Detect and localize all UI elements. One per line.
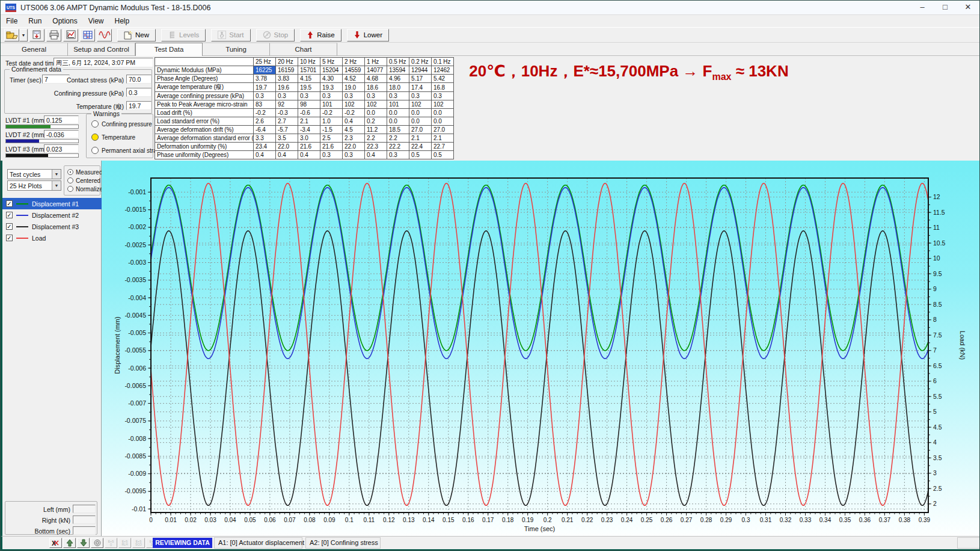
table-cell[interactable]: -0.3 [276,109,298,117]
table-cell[interactable]: 0.3 [276,92,298,100]
save-button[interactable] [29,29,44,42]
table-col-header[interactable]: 25 Hz [254,58,276,66]
table-cell[interactable]: 0.3 [365,92,387,100]
table-cell[interactable]: 102 [343,100,365,109]
table-cell[interactable]: 0.3 [320,151,343,159]
table-cell[interactable]: 0.0 [387,117,409,126]
table-cell[interactable]: 2.5 [320,134,343,143]
table-cell[interactable]: 2.1 [432,134,454,143]
table-cell[interactable]: 0.3 [343,92,365,100]
tab-chart[interactable]: Chart [270,43,337,56]
table-cell[interactable]: 0.0 [365,109,387,117]
table-cell[interactable]: -0.2 [320,109,343,117]
table-cell[interactable]: 19.5 [298,83,320,92]
series-row-4[interactable]: ✓ Load [2,232,102,244]
table-cell[interactable]: 5.17 [409,75,432,83]
conf-field-value[interactable]: 19.7 [126,101,152,110]
open-button[interactable] [4,29,19,42]
table-cell[interactable]: 0.3 [298,92,320,100]
table-cell[interactable]: -5.7 [276,126,298,134]
table-cell[interactable]: 0.4 [254,151,276,159]
table-cell[interactable]: 12944 [409,66,432,75]
table-cell[interactable]: 2.1 [409,134,432,143]
table-cell[interactable]: 14559 [343,66,365,75]
table-cell[interactable]: 22.3 [365,143,387,151]
table-cell[interactable]: 16.8 [432,83,454,92]
table-col-header[interactable]: 20 Hz [276,58,298,66]
table-cell[interactable]: 18.6 [365,83,387,92]
table-col-header[interactable]: 0.5 Hz [387,58,409,66]
table-cell[interactable]: 3.83 [276,75,298,83]
test-date-field[interactable]: 周三, 6月 12, 2024, 3:07 PM [54,58,153,67]
stop-button[interactable]: Stop [256,29,295,42]
minimize-button[interactable]: – [911,1,934,15]
tab-setup-and-control[interactable]: Setup and Control [68,43,135,56]
record-button[interactable] [91,538,103,548]
close-button[interactable]: ✕ [957,1,979,15]
table-cell[interactable]: 3.5 [276,134,298,143]
axis-field-value[interactable] [73,505,96,513]
plots-select[interactable]: 25 Hz Plots ▼ [7,180,61,191]
table-cell[interactable]: 19.0 [343,83,365,92]
table-cell[interactable]: 11.2 [365,126,387,134]
table-cell[interactable]: 0.3 [387,151,409,159]
table-col-header[interactable]: 10 Hz [298,58,320,66]
table-cell[interactable]: 0.0 [409,109,432,117]
table-cell[interactable]: -0.2 [343,109,365,117]
table-cell[interactable]: 22.2 [387,143,409,151]
table-cell[interactable]: -0.6 [298,109,320,117]
table-cell[interactable]: 0.5 [409,151,432,159]
table-cell[interactable]: 5.42 [432,75,454,83]
table-cell[interactable]: 0.3 [343,151,365,159]
levels-chart-button[interactable] [63,29,78,42]
table-cell[interactable]: 102 [365,100,387,109]
series-checkbox[interactable]: ✓ [6,200,13,207]
table-cell[interactable]: 102 [409,100,432,109]
mode-radio-normalized[interactable] [67,186,73,192]
chart-canvas[interactable]: 00.010.020.030.040.050.060.070.080.090.1… [102,161,980,536]
table-cell[interactable]: 4.5 [343,126,365,134]
table-cell[interactable]: 19.3 [320,83,343,92]
table-cell[interactable]: 2.6 [254,117,276,126]
table-cell[interactable]: 12462 [432,66,454,75]
table-cell[interactable]: 2.2 [365,134,387,143]
levels-button[interactable]: Levels [161,29,206,42]
table-cell[interactable]: 18.5 [387,126,409,134]
table-cell[interactable]: 19.6 [276,83,298,92]
ems-bulb-button[interactable]: E+S() [105,538,117,548]
series-checkbox[interactable]: ✓ [6,223,13,230]
table-cell[interactable]: 2.3 [343,134,365,143]
table-cell[interactable]: 0.3 [254,92,276,100]
table-cell[interactable]: 0.0 [432,117,454,126]
ems-rlh-button[interactable]: E+SRLH [118,538,131,548]
table-cell[interactable]: 19.7 [254,83,276,92]
table-cell[interactable]: 3.0 [298,134,320,143]
open-dropdown-button[interactable]: ▼ [19,29,28,42]
tab-tuning[interactable]: Tuning [203,43,270,56]
mode-radio-centered[interactable] [67,177,73,183]
table-cell[interactable]: 18.0 [387,83,409,92]
table-cell[interactable]: 0.5 [432,151,454,159]
table-cell[interactable]: 2.7 [276,117,298,126]
arrow-up-button[interactable] [63,538,76,548]
table-cell[interactable]: 22.4 [409,143,432,151]
series-row-2[interactable]: ✓ Displacement #2 [2,209,102,221]
table-cell[interactable]: 17.4 [409,83,432,92]
series-checkbox[interactable]: ✓ [6,235,13,241]
menu-view[interactable]: View [83,15,109,27]
menu-run[interactable]: Run [23,15,47,27]
series-checkbox[interactable]: ✓ [6,212,13,218]
delete-point-button[interactable]: X [49,538,62,548]
table-cell[interactable]: 4.52 [343,75,365,83]
table-col-header[interactable]: 0.1 Hz [432,58,454,66]
table-cell[interactable]: 15204 [320,66,343,75]
table-cell[interactable]: 0.0 [409,117,432,126]
print-button[interactable] [46,29,61,42]
table-cell[interactable]: -3.4 [298,126,320,134]
table-cell[interactable]: 3.3 [254,134,276,143]
table-cell[interactable]: 21.6 [298,143,320,151]
table-cell[interactable]: 0.3 [409,92,432,100]
table-cell[interactable]: 13594 [387,66,409,75]
table-cell[interactable]: 0.3 [320,92,343,100]
table-cell[interactable]: 101 [387,100,409,109]
